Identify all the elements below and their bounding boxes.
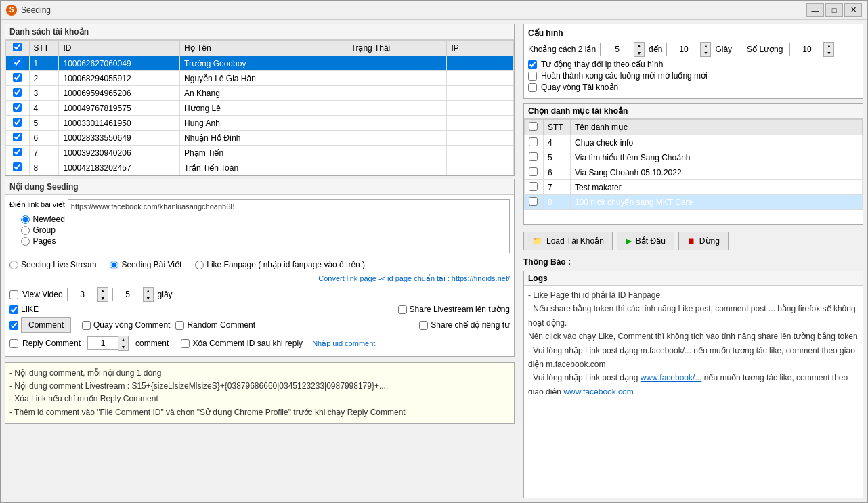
cat-row-check[interactable]: [525, 150, 544, 165]
minimize-button[interactable]: —: [806, 3, 824, 17]
share-livestream-option[interactable]: Share Livestream lên tường: [398, 305, 510, 314]
share-livestream-checkbox[interactable]: [398, 305, 407, 314]
option-like-fanpage[interactable]: Like Fanpage ( nhập id fanpage vào ô trê…: [195, 260, 365, 269]
fb-link[interactable]: www.facebook/...: [641, 373, 702, 382]
maximize-button[interactable]: □: [825, 3, 843, 17]
radio-group-input[interactable]: [21, 226, 30, 235]
like-checkbox[interactable]: [9, 305, 18, 314]
view-video-up2[interactable]: ▲: [144, 288, 153, 294]
quay-vong-checkbox[interactable]: [82, 321, 91, 330]
reply-input[interactable]: 1: [87, 336, 118, 350]
link-input[interactable]: [68, 199, 510, 253]
table-row[interactable]: 8 100042183202457 Trần Tiến Toán: [6, 160, 514, 175]
close-button[interactable]: ✕: [844, 3, 862, 17]
khoang-val2-down[interactable]: ▼: [701, 49, 710, 56]
comment-checkbox-label[interactable]: Comment: [9, 317, 71, 333]
category-row[interactable]: 8 100 nick chuyển sang MKT Care: [525, 195, 863, 210]
cat-select-all[interactable]: [529, 122, 538, 131]
category-table-container[interactable]: STT Tên danh mục 4 Chua check info 5 Via…: [524, 119, 863, 224]
xoa-comment-checkbox[interactable]: [181, 339, 190, 348]
option-bai-viet[interactable]: Seeding Bài Viết: [110, 260, 181, 269]
cat-row-check[interactable]: [525, 165, 544, 180]
category-row[interactable]: 6 Via Sang Choảnh 05.10.2022: [525, 165, 863, 180]
option-live-stream[interactable]: Seeding Live Stream: [9, 260, 96, 269]
table-row[interactable]: 5 100033011461950 Hung Anh: [6, 116, 514, 131]
title-bar-controls: — □ ✕: [806, 3, 862, 17]
row-check[interactable]: [6, 160, 30, 175]
table-row[interactable]: 3 100069594965206 An Khang: [6, 86, 514, 101]
so-luong-input[interactable]: 10: [789, 43, 823, 56]
row-check[interactable]: [6, 56, 30, 71]
view-video-input1[interactable]: 3: [67, 288, 97, 301]
accounts-table-container[interactable]: STT ID Họ Tên Trạng Thái IP 1 1000626270…: [5, 40, 514, 175]
radio-pages[interactable]: Pages: [21, 236, 64, 246]
load-button[interactable]: 📁 Load Tài Khoản: [523, 232, 613, 250]
select-all-checkbox[interactable]: [13, 43, 22, 51]
khoang-val1-down[interactable]: ▼: [634, 49, 644, 56]
reply-down[interactable]: ▼: [118, 343, 128, 350]
view-video-input2[interactable]: 5: [112, 288, 143, 301]
radio-live-stream[interactable]: [9, 261, 18, 269]
row-check[interactable]: [6, 71, 30, 86]
view-video-down2[interactable]: ▼: [144, 294, 153, 301]
tu-dong-ip-checkbox[interactable]: [528, 60, 537, 69]
radio-pages-input[interactable]: [21, 237, 30, 246]
share-private-checkbox[interactable]: [419, 321, 428, 330]
khoang-val1-spin[interactable]: 5 ▲ ▼: [600, 42, 645, 57]
radio-bai-viet[interactable]: [110, 261, 118, 269]
table-row[interactable]: 4 100049767819575 Hương Lê: [6, 101, 514, 116]
row-name: Trần Tiến Toán: [180, 160, 347, 175]
start-button[interactable]: ▶ Bắt Đầu: [617, 232, 674, 250]
category-row[interactable]: 4 Chua check info: [525, 135, 863, 150]
nhap-uid-link[interactable]: Nhập uid comment: [312, 339, 375, 348]
row-check[interactable]: [6, 101, 30, 116]
row-check[interactable]: [6, 131, 30, 146]
table-row[interactable]: 1 100062627060049 Trường Goodboy: [6, 56, 514, 71]
category-row[interactable]: 7 Test makater: [525, 180, 863, 195]
table-row[interactable]: 2 100068294055912 Nguyễn Lê Gia Hân: [6, 71, 514, 86]
stop-button[interactable]: ⏹ Dừng: [678, 232, 729, 250]
reply-checkbox[interactable]: [9, 339, 18, 348]
radio-like-fanpage[interactable]: [195, 261, 204, 269]
table-row[interactable]: 6 100028333550649 Nhuận Hồ Đình: [6, 131, 514, 146]
cat-row-check[interactable]: [525, 180, 544, 195]
share-private-label[interactable]: Share chế độ riêng tư: [419, 320, 510, 330]
comment-button[interactable]: Comment: [21, 317, 71, 333]
khoang-val2-up[interactable]: ▲: [701, 43, 710, 49]
convert-link[interactable]: Convert link page -< id page chuẩn tại :…: [318, 274, 510, 282]
so-luong-spin[interactable]: 10 ▲ ▼: [789, 42, 834, 57]
khoang-val2-input[interactable]: 10: [666, 43, 700, 56]
reply-spin[interactable]: 1 ▲ ▼: [87, 336, 129, 351]
like-checkbox-label[interactable]: LIKE: [9, 305, 39, 314]
table-row[interactable]: 7 100039230940206 Phạm Tiến: [6, 146, 514, 160]
view-video-spin1[interactable]: 3 ▲ ▼: [67, 287, 108, 302]
so-luong-up[interactable]: ▲: [824, 43, 833, 49]
random-comment-checkbox[interactable]: [175, 321, 184, 330]
khoang-val2-spin[interactable]: 10 ▲ ▼: [666, 42, 711, 57]
khoang-val1-up[interactable]: ▲: [634, 43, 644, 49]
row-check[interactable]: [6, 146, 30, 160]
view-video-down1[interactable]: ▼: [98, 294, 108, 301]
quay-vong-tk-checkbox[interactable]: [528, 83, 537, 92]
comment-checkbox[interactable]: [9, 321, 18, 330]
seeding-body: Điền link bài viết Newfeed Group: [5, 195, 514, 356]
view-video-spin2[interactable]: 5 ▲ ▼: [112, 287, 154, 302]
category-row[interactable]: 5 Via tìm hiểu thêm Sang Choảnh: [525, 150, 863, 165]
radio-newfeed-input[interactable]: [21, 215, 30, 224]
radio-newfeed[interactable]: Newfeed: [21, 215, 64, 224]
radio-group-item[interactable]: Group: [21, 225, 64, 235]
row-check[interactable]: [6, 86, 30, 101]
cat-row-check[interactable]: [525, 195, 544, 210]
hoan-thanh-checkbox[interactable]: [528, 72, 537, 81]
so-luong-down[interactable]: ▼: [824, 49, 833, 56]
view-video-up1[interactable]: ▲: [98, 288, 108, 294]
www-fb-link[interactable]: www.facebook.com: [563, 387, 633, 394]
random-comment-label[interactable]: Random Comment: [175, 320, 255, 330]
reply-up[interactable]: ▲: [118, 336, 128, 343]
quay-vong-label[interactable]: Quay vòng Comment: [82, 320, 170, 330]
view-video-checkbox[interactable]: [9, 290, 18, 299]
row-check[interactable]: [6, 116, 30, 131]
cat-row-check[interactable]: [525, 135, 544, 150]
xoa-comment-label[interactable]: Xóa Comment ID sau khi reply: [181, 338, 303, 348]
khoang-val1-input[interactable]: 5: [600, 43, 634, 56]
